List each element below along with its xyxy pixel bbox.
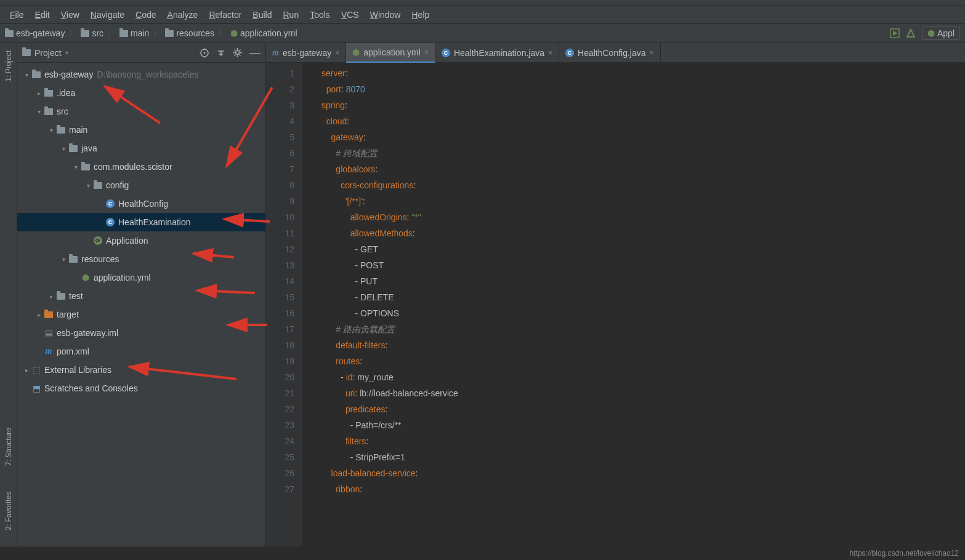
breadcrumb-item[interactable]: ⬢application.yml xyxy=(230,28,297,38)
tree-item-healthexamination[interactable]: CHealthExamination xyxy=(17,213,265,231)
menu-help[interactable]: Help xyxy=(406,9,434,21)
build-icon[interactable] xyxy=(906,28,916,38)
svg-line-19 xyxy=(235,55,236,56)
close-icon[interactable]: × xyxy=(335,49,339,57)
svg-line-17 xyxy=(235,50,236,51)
menu-analyze[interactable]: Analyze xyxy=(163,9,203,21)
footer-link: https://blog.csdn.net/lovelichao12 xyxy=(850,546,959,560)
close-icon[interactable]: × xyxy=(548,49,552,57)
menu-tools[interactable]: Tools xyxy=(305,9,335,21)
gear-icon[interactable] xyxy=(233,48,242,57)
tool-window-structure[interactable]: 7: Structure xyxy=(4,424,13,470)
breadcrumb-item[interactable]: resources xyxy=(165,28,214,38)
tool-window-project[interactable]: 1: Project xyxy=(4,47,13,86)
tool-window-favorites[interactable]: 2: Favorites xyxy=(4,488,13,534)
tree-item-healthconfig[interactable]: CHealthConfig xyxy=(17,194,265,213)
tree-item--idea[interactable]: ▸.idea xyxy=(17,84,265,102)
breadcrumb-item[interactable]: src xyxy=(81,28,103,38)
line-gutter: 1234567891011121314151617181920212223242… xyxy=(266,63,302,546)
tree-item-main[interactable]: ▾main xyxy=(17,121,265,139)
project-sidebar: Project ▾ — ▾esb-gatewayD:\baosong_works… xyxy=(17,43,266,546)
tree-item-test[interactable]: ▸test xyxy=(17,287,265,305)
breadcrumbs: esb-gateway〉src〉main〉resources〉⬢applicat… xyxy=(5,28,297,39)
menu-edit[interactable]: Edit xyxy=(30,9,55,21)
tree-item-config[interactable]: ▾config xyxy=(17,176,265,194)
tree-item-application[interactable]: ⟳Application xyxy=(17,231,265,250)
tab-application-yml[interactable]: ⬢application.yml× xyxy=(346,43,435,63)
menu-window[interactable]: Window xyxy=(365,9,406,21)
tree-item-esb-gateway[interactable]: ▾esb-gatewayD:\baosong_workspace\es xyxy=(17,65,265,84)
menu-file[interactable]: File xyxy=(5,9,29,21)
tree-item-esb-gateway-iml[interactable]: ▤esb-gateway.iml xyxy=(17,324,265,342)
svg-marker-1 xyxy=(893,31,897,36)
chevron-down-icon[interactable]: ▾ xyxy=(65,49,68,56)
editor-tabs: mesb-gateway×⬢application.yml×CHealthExa… xyxy=(266,43,965,63)
tab-healthexamination-java[interactable]: CHealthExamination.java× xyxy=(435,43,559,63)
menu-run[interactable]: Run xyxy=(278,9,304,21)
menu-vcs[interactable]: VCS xyxy=(336,9,364,21)
code-editor[interactable]: 1234567891011121314151617181920212223242… xyxy=(266,63,965,546)
menu-bar: FileEditViewNavigateCodeAnalyzeRefactorB… xyxy=(0,6,965,23)
menu-view[interactable]: View xyxy=(56,9,84,21)
navigation-bar: esb-gateway〉src〉main〉resources〉⬢applicat… xyxy=(0,23,965,43)
svg-marker-2 xyxy=(907,30,915,37)
hide-icon[interactable]: — xyxy=(249,46,260,59)
left-gutter: 1: Project 7: Structure 2: Favorites xyxy=(0,43,17,546)
menu-build[interactable]: Build xyxy=(248,9,277,21)
menu-navigate[interactable]: Navigate xyxy=(86,9,129,21)
close-icon[interactable]: × xyxy=(650,49,654,57)
svg-point-4 xyxy=(204,52,206,54)
svg-line-20 xyxy=(240,50,241,51)
project-tree: ▾esb-gatewayD:\baosong_workspace\es▸.ide… xyxy=(17,63,265,546)
tree-item-scratches-and-consoles[interactable]: ⬒Scratches and Consoles xyxy=(17,379,265,398)
tree-item-com-modules-scistor[interactable]: ▾com.modules.scistor xyxy=(17,158,265,176)
locate-icon[interactable] xyxy=(200,48,209,58)
collapse-all-icon[interactable] xyxy=(217,49,225,57)
breadcrumb-item[interactable]: esb-gateway xyxy=(5,28,65,38)
sidebar-header: Project ▾ — xyxy=(17,43,265,63)
tree-item-resources[interactable]: ▾resources xyxy=(17,250,265,268)
svg-line-18 xyxy=(240,55,241,56)
tab-esb-gateway[interactable]: mesb-gateway× xyxy=(266,43,346,63)
tree-item-java[interactable]: ▾java xyxy=(17,139,265,158)
tree-item-src[interactable]: ▾src xyxy=(17,102,265,121)
tree-item-target[interactable]: ▸target xyxy=(17,305,265,324)
svg-point-12 xyxy=(236,51,240,55)
run-dashboard-icon[interactable] xyxy=(890,28,900,38)
menu-code[interactable]: Code xyxy=(131,9,161,21)
title-bar xyxy=(0,0,965,6)
menu-refactor[interactable]: Refactor xyxy=(204,9,246,21)
tree-item-external-libraries[interactable]: ▸⬚External Libraries xyxy=(17,361,265,379)
tree-item-pom-xml[interactable]: mpom.xml xyxy=(17,342,265,361)
tree-item-application-yml[interactable]: ⬢application.yml xyxy=(17,268,265,287)
breadcrumb-item[interactable]: main xyxy=(119,28,149,38)
run-config-dropdown[interactable]: ⬢Appl xyxy=(922,26,960,40)
editor-area: mesb-gateway×⬢application.yml×CHealthExa… xyxy=(266,43,965,546)
tab-healthconfig-java[interactable]: CHealthConfig.java× xyxy=(559,43,661,63)
sidebar-title[interactable]: Project xyxy=(34,48,62,58)
close-icon[interactable]: × xyxy=(424,48,429,57)
